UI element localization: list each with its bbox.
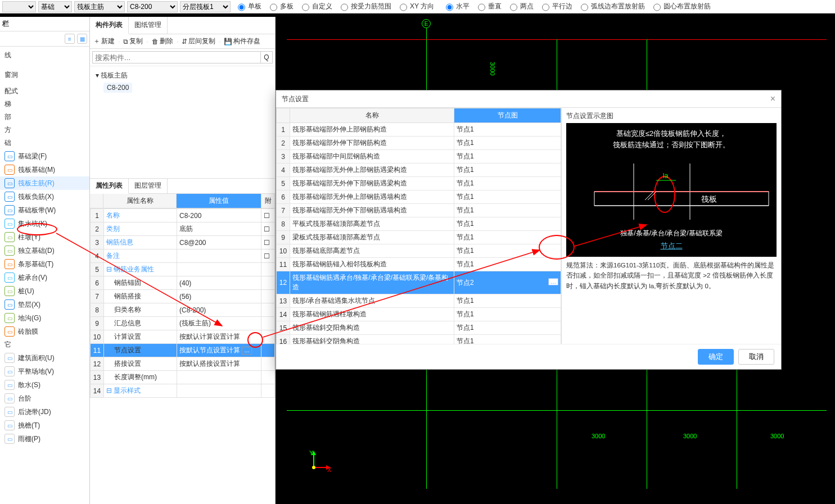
radio-垂直[interactable]: 垂直 bbox=[475, 0, 502, 13]
node-row[interactable]: 4筏形基础端部无外伸上部钢筋遇梁构造节点1 bbox=[277, 164, 561, 177]
left-item[interactable]: ▭散水(S) bbox=[0, 378, 89, 392]
node-row[interactable]: 15筏形基础斜交阳角构造节点1 bbox=[277, 321, 561, 335]
view-list-icon[interactable]: ≡ bbox=[65, 34, 75, 44]
radio-多板[interactable]: 多板 bbox=[267, 0, 294, 13]
close-icon[interactable]: × bbox=[770, 94, 775, 104]
sel-1[interactable] bbox=[2, 1, 36, 12]
tab-drawing-mgmt[interactable]: 图纸管理 bbox=[129, 17, 168, 34]
sel-4[interactable]: C8-200 bbox=[127, 1, 178, 12]
node-row[interactable]: 6筏形基础端部无外伸上部钢筋遇墙构造节点1 bbox=[277, 190, 561, 204]
tree-stub[interactable]: 部 bbox=[0, 111, 89, 124]
sel-5[interactable]: 分层筏板1 bbox=[180, 1, 231, 12]
radio-水平[interactable]: 水平 bbox=[443, 0, 470, 13]
left-item[interactable]: ▭平整场地(V) bbox=[0, 365, 89, 378]
node-row[interactable]: 16筏形基础斜交阴角构造节点1 bbox=[277, 335, 561, 344]
ellipsis-button[interactable]: … bbox=[242, 347, 252, 355]
left-item[interactable]: ▭柱墩(Y) bbox=[0, 230, 89, 244]
node-row[interactable]: 12筏形基础钢筋遇承台/独基/承台梁/基础联系梁/条基构造节点2… bbox=[277, 271, 561, 294]
mid-btn-3[interactable]: ⇵ 层间复制 bbox=[182, 37, 215, 46]
left-item[interactable]: ▭建筑面积(U) bbox=[0, 351, 89, 365]
category-icon: ▭ bbox=[4, 273, 15, 283]
tree-stub[interactable]: 配式 bbox=[0, 85, 89, 98]
props-row[interactable]: 5⊟ 钢筋业务属性 bbox=[91, 263, 275, 276]
radio-两点[interactable]: 两点 bbox=[507, 0, 534, 13]
tree-root[interactable]: ▾ 筏板主筋 bbox=[96, 70, 269, 81]
tree-stub[interactable]: 窗洞 bbox=[0, 69, 89, 81]
node-row[interactable]: 3筏形基础端部中间层钢筋构造节点1 bbox=[277, 150, 561, 164]
radio-弧线边布置放射筋[interactable]: 弧线边布置放射筋 bbox=[578, 0, 645, 13]
left-item[interactable]: ▭筏板基础(M) bbox=[0, 163, 89, 176]
ok-button[interactable]: 确定 bbox=[698, 349, 734, 365]
tab-layers[interactable]: 图层管理 bbox=[129, 179, 168, 193]
category-icon: ▭ bbox=[4, 286, 15, 296]
radio-自定义[interactable]: 自定义 bbox=[299, 0, 332, 13]
left-item[interactable]: ▭筏板负筋(X) bbox=[0, 190, 89, 203]
props-row[interactable]: 14⊟ 显示样式 bbox=[91, 384, 275, 398]
radio-圆心布置放射筋[interactable]: 圆心布置放射筋 bbox=[651, 0, 711, 13]
left-item[interactable]: ▭条形基础(T) bbox=[0, 257, 89, 271]
props-row[interactable]: 2类别底筋☐ bbox=[91, 223, 275, 236]
radio-按受力筋范围[interactable]: 按受力筋范围 bbox=[338, 0, 391, 13]
sel-3[interactable]: 筏板主筋 bbox=[74, 1, 125, 12]
node-row[interactable]: 5筏形基础端部无外伸下部钢筋遇梁构造节点1 bbox=[277, 177, 561, 190]
left-item[interactable]: ▭基础板带(W) bbox=[0, 203, 89, 217]
cancel-button[interactable]: 取消 bbox=[738, 349, 774, 365]
node-row[interactable]: 10筏形基础底部高差节点节点1 bbox=[277, 244, 561, 258]
props-row[interactable]: 12搭接设置按默认搭接设置计算 bbox=[91, 357, 275, 371]
left-item[interactable]: ▭挑檐(T) bbox=[0, 419, 89, 432]
tree-stub[interactable]: 线 bbox=[0, 49, 89, 62]
props-row[interactable]: 13长度调整(mm) bbox=[91, 371, 275, 384]
node-row[interactable]: 1筏形基础端部外伸上部钢筋构造节点1 bbox=[277, 123, 561, 137]
node-link[interactable]: 节点二 bbox=[566, 241, 777, 251]
algorithm-note: 规范算法：来源16G101-3第110页。面筋、底筋根据基础构件的属性是否扣减，… bbox=[566, 260, 777, 291]
props-row[interactable]: 9汇总信息(筏板主筋) bbox=[91, 317, 275, 330]
radio-平行边[interactable]: 平行边 bbox=[539, 0, 572, 13]
left-item[interactable]: ▭垫层(X) bbox=[0, 298, 89, 311]
left-item[interactable]: ▭台阶 bbox=[0, 392, 89, 405]
node-row[interactable]: 11筏形基础钢筋锚入相邻筏板构造节点1 bbox=[277, 258, 561, 271]
sel-2[interactable]: 基础 bbox=[38, 1, 72, 12]
left-item[interactable]: ▭砖胎膜 bbox=[0, 325, 89, 338]
mid-btn-4[interactable]: 💾 构件存盘 bbox=[224, 37, 260, 46]
view-grid-icon[interactable]: ▦ bbox=[77, 34, 87, 44]
search-input[interactable] bbox=[92, 51, 261, 63]
mid-btn-1[interactable]: ⧉ 复制 bbox=[123, 37, 143, 46]
props-row[interactable]: 8归类名称(C8-200) bbox=[91, 303, 275, 317]
left-item[interactable]: ▭后浇带(JD) bbox=[0, 405, 89, 419]
node-row[interactable]: 8平板式筏形基础顶部高差节点节点1 bbox=[277, 217, 561, 231]
left-item[interactable]: ▭基础梁(F) bbox=[0, 149, 89, 163]
left-item[interactable]: ▭筏板主筋(R) bbox=[0, 176, 89, 190]
props-row[interactable]: 7钢筋搭接(56) bbox=[91, 290, 275, 303]
props-row[interactable]: 4备注☐ bbox=[91, 249, 275, 263]
props-row[interactable]: 10计算设置按默认计算设置计算 bbox=[91, 330, 275, 344]
left-item[interactable]: ▭地沟(G) bbox=[0, 311, 89, 325]
mid-btn-2[interactable]: 🗑 删除 bbox=[152, 37, 173, 46]
left-item[interactable]: ▭集水坑(K) bbox=[0, 217, 89, 230]
left-item[interactable]: ▭雨棚(P) bbox=[0, 432, 89, 446]
ellipsis-button[interactable]: … bbox=[548, 278, 558, 285]
left-item[interactable]: ▭桩(U) bbox=[0, 284, 89, 298]
tree-stub[interactable]: 梯 bbox=[0, 98, 89, 111]
props-row[interactable]: 11节点设置按默认节点设置计算 … bbox=[91, 344, 275, 357]
search-clear-icon[interactable]: Q bbox=[260, 51, 273, 63]
node-row[interactable]: 7筏形基础端部无外伸下部钢筋遇墙构造节点1 bbox=[277, 204, 561, 217]
props-row[interactable]: 3钢筋信息C8@200☐ bbox=[91, 236, 275, 249]
dialog-title: 节点设置 bbox=[282, 94, 309, 104]
left-item[interactable]: ▭桩承台(V) bbox=[0, 271, 89, 284]
tab-props[interactable]: 属性列表 bbox=[90, 179, 129, 194]
category-icon: ▭ bbox=[4, 366, 15, 376]
props-row[interactable]: 1名称C8-200☐ bbox=[91, 209, 275, 223]
radio-单板[interactable]: 单板 bbox=[235, 0, 261, 13]
tree-leaf[interactable]: C8-200 bbox=[103, 83, 132, 93]
tree-stub[interactable]: 础 bbox=[0, 137, 89, 149]
props-row[interactable]: 6钢筋锚固(40) bbox=[91, 276, 275, 290]
node-row[interactable]: 2筏形基础端部外伸下部钢筋构造节点1 bbox=[277, 137, 561, 150]
node-row[interactable]: 13筏形/承台基础遇集水坑节点节点1 bbox=[277, 294, 561, 308]
tree-stub[interactable]: 方 bbox=[0, 124, 89, 137]
node-row[interactable]: 9梁板式筏形基础顶部高差节点节点1 bbox=[277, 231, 561, 244]
node-row[interactable]: 14筏形基础钢筋遇柱墩构造节点1 bbox=[277, 308, 561, 321]
tab-component-list[interactable]: 构件列表 bbox=[90, 17, 129, 34]
radio-XY 方向[interactable]: XY 方向 bbox=[397, 0, 434, 13]
left-item[interactable]: ▭独立基础(D) bbox=[0, 244, 89, 257]
mid-btn-0[interactable]: ＋ 新建 bbox=[93, 37, 115, 46]
